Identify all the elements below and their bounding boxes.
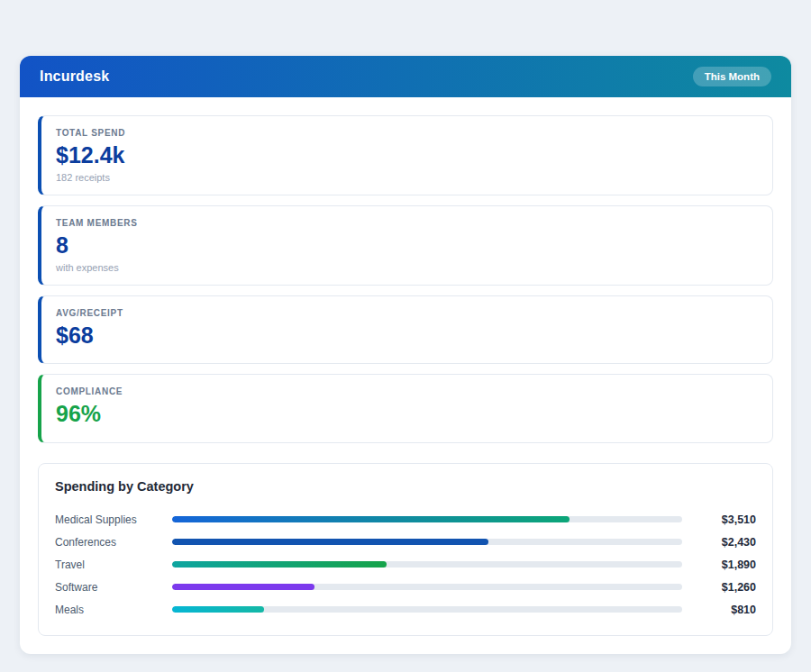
stat-subtext: 182 receipts <box>56 172 758 183</box>
stat-label: TOTAL SPEND <box>56 128 758 138</box>
category-row-software: Software $1,260 <box>55 576 756 598</box>
spending-by-category-card: Spending by Category Medical Supplies $3… <box>38 463 773 636</box>
category-bar-fill <box>172 516 570 522</box>
category-bar-track <box>172 584 682 590</box>
stat-label: COMPLIANCE <box>56 386 758 396</box>
category-label: Medical Supplies <box>55 513 163 526</box>
stat-card-total-spend: TOTAL SPEND $12.4k 182 receipts <box>38 115 773 195</box>
stat-value: 8 <box>56 232 758 259</box>
category-label: Meals <box>55 604 163 616</box>
category-amount: $1,890 <box>691 558 756 571</box>
spending-card-title: Spending by Category <box>55 479 756 494</box>
category-amount: $810 <box>691 604 756 616</box>
category-row-medical-supplies: Medical Supplies $3,510 <box>55 508 756 531</box>
category-row-conferences: Conferences $2,430 <box>55 531 756 553</box>
category-label: Travel <box>55 558 163 571</box>
stat-card-compliance: COMPLIANCE 96% <box>38 374 773 443</box>
app-title: Incurdesk <box>40 68 109 85</box>
category-bar-fill <box>172 539 488 545</box>
stat-label: TEAM MEMBERS <box>56 218 758 228</box>
stat-value: $12.4k <box>56 142 758 168</box>
category-bar-track <box>172 539 682 545</box>
category-bar-track <box>172 606 682 613</box>
category-row-travel: Travel $1,890 <box>55 553 756 576</box>
category-bar-fill <box>172 606 264 613</box>
expense-dashboard-card: Incurdesk This Month TOTAL SPEND $12.4k … <box>20 56 791 654</box>
category-label: Software <box>55 581 163 594</box>
stat-subtext: with expenses <box>56 262 758 273</box>
stat-label: AVG/RECEIPT <box>56 308 758 318</box>
category-amount: $3,510 <box>691 513 756 526</box>
category-amount: $2,430 <box>691 536 756 549</box>
category-amount: $1,260 <box>691 581 756 594</box>
page-background: Incurdesk This Month TOTAL SPEND $12.4k … <box>0 0 811 672</box>
category-bar-track <box>172 561 682 568</box>
category-bar-fill <box>172 584 314 590</box>
category-row-meals: Meals $810 <box>55 598 756 621</box>
stat-value: $68 <box>56 322 758 349</box>
period-badge[interactable]: This Month <box>693 67 771 86</box>
category-bar-track <box>172 516 682 522</box>
stat-value: 96% <box>56 401 758 427</box>
category-bar-fill <box>172 561 387 568</box>
stat-card-team-members: TEAM MEMBERS 8 with expenses <box>38 205 773 286</box>
app-header: Incurdesk This Month <box>20 56 791 97</box>
stat-card-avg-receipt: AVG/RECEIPT $68 <box>38 295 773 365</box>
category-label: Conferences <box>55 536 163 549</box>
dashboard-body: TOTAL SPEND $12.4k 182 receipts TEAM MEM… <box>20 97 791 654</box>
